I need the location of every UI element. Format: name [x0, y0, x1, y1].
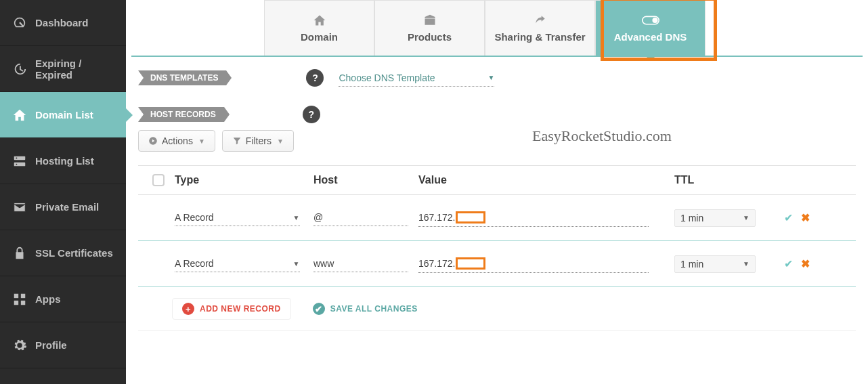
sidebar-item-label: Dashboard	[35, 17, 88, 28]
gear-icon	[12, 338, 27, 353]
server-icon	[12, 154, 27, 169]
switch-icon	[642, 14, 659, 27]
sidebar-item-label: Apps	[35, 293, 61, 305]
tab-domain[interactable]: Domain	[264, 0, 374, 56]
tab-products[interactable]: Products	[374, 0, 485, 56]
host-input[interactable]	[313, 255, 408, 272]
filters-label: Filters	[246, 135, 272, 146]
ttl-select[interactable]: 1 min ▼	[674, 255, 756, 273]
col-header-ttl: TTL	[674, 174, 769, 186]
svg-rect-0	[14, 156, 26, 160]
tab-label: Advanced DNS	[614, 31, 687, 43]
tab-label: Products	[408, 31, 452, 43]
dns-templates-section: DNS TEMPLATES ? Choose DNS Template ▼	[138, 69, 856, 87]
sidebar-item-label: Hosting List	[35, 155, 94, 167]
ttl-select[interactable]: 1 min ▼	[674, 209, 756, 227]
host-records-table: Type Host Value TTL A Record ▼	[138, 165, 856, 287]
lock-icon	[12, 246, 27, 261]
badge-label: DNS TEMPLATES	[150, 73, 218, 83]
sidebar: Dashboard Expiring / Expired Domain List…	[0, 0, 126, 384]
delete-row-button[interactable]: ✖	[801, 257, 810, 270]
table-row: A Record ▼ 167.172. 1 min	[138, 195, 856, 241]
sidebar-item-hosting-list[interactable]: Hosting List	[0, 138, 126, 184]
sidebar-item-domain-list[interactable]: Domain List	[0, 92, 126, 138]
save-label: SAVE ALL CHANGES	[330, 304, 418, 314]
gauge-icon	[12, 16, 27, 30]
check-circle-icon: ✔	[313, 303, 325, 315]
dns-templates-badge: DNS TEMPLATES	[138, 70, 226, 85]
sidebar-item-expiring[interactable]: Expiring / Expired	[0, 46, 126, 92]
value-input[interactable]: 167.172.	[418, 255, 649, 273]
sidebar-item-private-email[interactable]: Private Email	[0, 184, 126, 230]
dns-template-placeholder: Choose DNS Template	[339, 72, 435, 83]
value-prefix: 167.172.	[418, 212, 456, 223]
table-footer: + ADD NEW RECORD ✔ SAVE ALL CHANGES	[138, 287, 856, 331]
table-row: A Record ▼ 167.172. 1 min	[138, 241, 856, 287]
chevron-down-icon: ▼	[743, 214, 750, 221]
confirm-row-button[interactable]: ✔	[784, 257, 793, 270]
svg-rect-1	[14, 162, 26, 166]
tab-advanced-dns[interactable]: Advanced DNS	[595, 0, 706, 56]
sidebar-item-apps[interactable]: Apps	[0, 276, 126, 322]
svg-rect-4	[14, 293, 18, 297]
tab-sharing-transfer[interactable]: Sharing & Transfer	[485, 0, 595, 56]
tab-label: Domain	[301, 31, 338, 43]
col-header-host: Host	[313, 174, 418, 186]
dns-template-select[interactable]: Choose DNS Template ▼	[339, 70, 494, 87]
actions-button[interactable]: Actions ▼	[138, 130, 215, 152]
help-icon[interactable]: ?	[303, 106, 320, 123]
record-type-value: A Record	[175, 258, 214, 269]
chevron-down-icon: ▼	[488, 74, 495, 81]
host-records-badge: HOST RECORDS	[138, 107, 224, 122]
svg-point-9	[652, 18, 657, 23]
home-solid-icon	[312, 14, 327, 27]
sidebar-item-label: Domain List	[35, 109, 93, 121]
redacted-box	[456, 257, 485, 270]
help-icon[interactable]: ?	[306, 69, 324, 87]
host-input[interactable]	[313, 209, 408, 226]
share-icon	[533, 14, 548, 27]
filters-button[interactable]: Filters ▼	[222, 130, 294, 152]
envelope-icon	[12, 200, 27, 215]
record-type-select[interactable]: A Record ▼	[175, 255, 300, 272]
value-input[interactable]: 167.172.	[418, 209, 649, 227]
home-icon	[12, 108, 27, 123]
host-records-section: HOST RECORDS ?	[138, 106, 856, 123]
sidebar-item-ssl[interactable]: SSL Certificates	[0, 230, 126, 276]
chevron-down-icon: ▼	[277, 137, 284, 145]
table-header-row: Type Host Value TTL	[138, 166, 856, 195]
confirm-row-button[interactable]: ✔	[784, 211, 793, 224]
sidebar-item-label: Profile	[35, 339, 67, 351]
funnel-icon	[232, 136, 242, 146]
save-all-changes-button[interactable]: ✔ SAVE ALL CHANGES	[303, 298, 427, 320]
col-header-type: Type	[175, 174, 313, 186]
chevron-down-icon: ▼	[743, 260, 750, 268]
svg-rect-5	[21, 293, 25, 297]
actions-label: Actions	[162, 135, 193, 146]
svg-point-2	[16, 157, 18, 158]
svg-rect-7	[21, 300, 25, 304]
sidebar-item-dashboard[interactable]: Dashboard	[0, 0, 126, 46]
select-all-checkbox[interactable]	[152, 174, 165, 186]
tab-bar: Domain Products Sharing & Transfer	[131, 0, 863, 57]
sidebar-item-profile[interactable]: Profile	[0, 322, 126, 368]
value-prefix: 167.172.	[418, 258, 456, 269]
chevron-down-icon: ▼	[198, 137, 205, 145]
redacted-box	[456, 211, 485, 223]
record-type-value: A Record	[175, 212, 214, 223]
col-header-value: Value	[418, 174, 674, 186]
delete-row-button[interactable]: ✖	[801, 211, 810, 224]
chevron-down-icon: ▼	[293, 260, 300, 268]
clock-rewind-icon	[12, 62, 27, 77]
svg-point-3	[16, 163, 18, 165]
add-new-record-button[interactable]: + ADD NEW RECORD	[172, 298, 291, 320]
sidebar-item-label: Private Email	[35, 201, 99, 213]
box-icon	[422, 14, 437, 27]
apps-icon	[12, 292, 27, 307]
record-type-select[interactable]: A Record ▼	[175, 209, 300, 226]
add-label: ADD NEW RECORD	[200, 304, 281, 314]
sidebar-item-label: Expiring / Expired	[35, 58, 114, 81]
sidebar-item-label: SSL Certificates	[35, 247, 113, 259]
ttl-value: 1 min	[680, 259, 703, 270]
host-records-toolbar: Actions ▼ Filters ▼	[138, 130, 856, 152]
